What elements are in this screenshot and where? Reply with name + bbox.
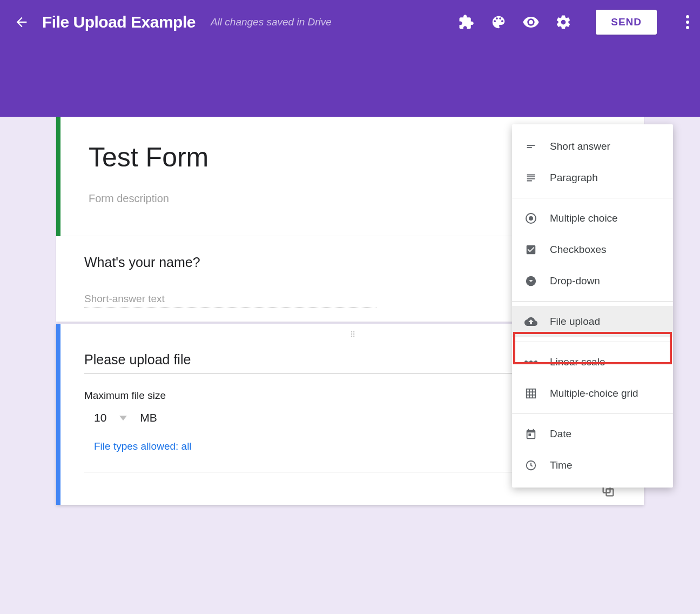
menu-label: Multiple-choice grid [550,388,638,399]
menu-item-checkboxes[interactable]: Checkboxes [512,234,673,265]
grid-icon [524,386,538,401]
menu-item-paragraph[interactable]: Paragraph [512,162,673,193]
puzzle-icon [458,14,474,30]
svg-rect-9 [527,389,536,398]
settings-button[interactable] [555,14,572,31]
menu-item-multiple-choice[interactable]: Multiple choice [512,203,673,234]
preview-button[interactable] [522,14,540,31]
short-answer-preview: Short-answer text [84,293,376,308]
paragraph-icon [524,171,538,185]
menu-label: Time [550,459,573,471]
header-actions: SEND [457,10,689,35]
menu-separator [512,301,673,302]
menu-item-time[interactable]: Time [512,450,673,481]
menu-label: Drop-down [550,275,600,287]
menu-item-mc-grid[interactable]: Multiple-choice grid [512,378,673,409]
menu-item-date[interactable]: Date [512,418,673,450]
caret-down-icon [119,416,127,421]
menu-item-linear-scale[interactable]: Linear scale [512,346,673,378]
max-file-size-unit: MB [140,411,157,424]
addons-button[interactable] [457,14,475,31]
menu-label: Linear scale [550,356,605,368]
theme-button[interactable] [490,14,507,31]
menu-label: Checkboxes [550,244,607,256]
more-options-button[interactable] [686,15,689,29]
menu-label: Short answer [550,141,610,152]
palette-icon [490,14,507,30]
menu-item-short-answer[interactable]: Short answer [512,131,673,162]
save-status: All changes saved in Drive [211,16,457,28]
menu-separator [512,342,673,342]
form-name[interactable]: File Upload Example [42,13,196,31]
header-backdrop [0,44,700,117]
clock-icon [524,458,538,472]
back-button[interactable] [11,11,32,33]
menu-label: Paragraph [550,172,598,184]
menu-label: Date [550,428,571,440]
svg-point-3 [529,216,533,221]
menu-label: File upload [550,316,600,328]
calendar-icon [524,427,538,441]
arrow-left-icon [14,15,29,30]
menu-item-file-upload[interactable]: File upload [512,306,673,337]
app-header: File Upload Example All changes saved in… [0,0,700,44]
cloud-upload-icon [524,315,538,329]
dropdown-icon [524,274,538,288]
menu-separator [512,198,673,198]
radio-icon [524,211,538,225]
send-button[interactable]: SEND [596,10,657,35]
eye-icon [522,14,540,31]
more-vert-icon [686,15,689,18]
max-file-size-value: 10 [94,411,106,424]
checkbox-icon [524,243,538,257]
menu-label: Multiple choice [550,212,618,224]
menu-item-dropdown[interactable]: Drop-down [512,265,673,297]
gear-icon [555,14,571,30]
svg-rect-8 [526,362,536,363]
question-type-menu: Short answer Paragraph Multiple choice C… [512,124,673,488]
menu-separator [512,413,673,414]
short-answer-icon [524,139,538,154]
linear-scale-icon [524,355,538,369]
